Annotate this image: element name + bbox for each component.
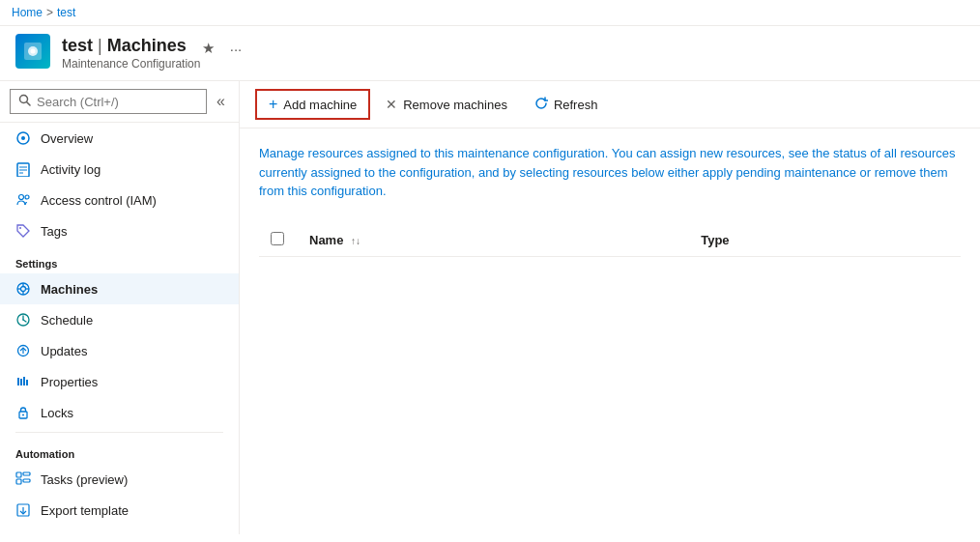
remove-machines-label: Remove machines <box>403 98 507 112</box>
resource-icon <box>15 34 50 69</box>
page-title: test | Machines <box>62 36 187 56</box>
svg-rect-26 <box>20 379 22 385</box>
svg-line-22 <box>23 320 26 322</box>
sidebar-item-tags-label: Tags <box>41 224 67 239</box>
svg-rect-34 <box>23 479 30 482</box>
machines-icon <box>15 281 31 297</box>
table-header-type: Type <box>689 224 961 257</box>
main-content: + Add machine ✕ Remove machines Refresh … <box>240 81 980 534</box>
page-subtitle: Maintenance Configuration <box>62 57 965 71</box>
svg-point-30 <box>22 414 24 416</box>
breadcrumb-separator: > <box>46 6 53 19</box>
info-description: Manage resources assigned to this mainte… <box>240 128 980 216</box>
remove-machines-button[interactable]: ✕ Remove machines <box>374 91 519 118</box>
machines-table-container: Name ↑↓ Type <box>240 224 980 257</box>
svg-line-4 <box>27 102 31 106</box>
table-header-name: Name ↑↓ <box>298 224 689 257</box>
machines-table: Name ↑↓ Type <box>259 224 961 257</box>
sidebar-item-export-template-label: Export template <box>41 503 129 518</box>
sidebar-item-activity-log-label: Activity log <box>41 162 101 177</box>
sidebar-item-schedule[interactable]: Schedule <box>0 304 239 335</box>
sidebar-item-schedule-label: Schedule <box>41 313 93 328</box>
sidebar-item-export-template[interactable]: Export template <box>0 495 239 526</box>
svg-point-15 <box>21 287 26 292</box>
select-all-checkbox[interactable] <box>271 232 284 245</box>
tags-icon <box>15 223 31 239</box>
updates-icon <box>15 343 31 358</box>
automation-section-header: Automation <box>0 437 239 464</box>
sidebar-item-properties[interactable]: Properties <box>0 366 239 397</box>
refresh-button[interactable]: Refresh <box>523 91 610 119</box>
svg-rect-32 <box>23 472 30 475</box>
sidebar-item-properties-label: Properties <box>41 375 98 389</box>
more-options-button[interactable]: ··· <box>230 41 243 57</box>
sidebar-item-machines-label: Machines <box>41 282 98 297</box>
svg-rect-25 <box>17 378 19 385</box>
svg-point-12 <box>25 195 29 199</box>
breadcrumb-home[interactable]: Home <box>12 6 43 19</box>
svg-rect-28 <box>26 380 28 385</box>
svg-point-13 <box>19 227 21 229</box>
sidebar: « Overview <box>0 81 240 534</box>
svg-rect-33 <box>16 479 21 484</box>
nav-divider <box>15 432 223 433</box>
search-container: « <box>0 81 239 123</box>
add-icon: + <box>269 97 277 112</box>
remove-icon: ✕ <box>386 97 397 112</box>
sidebar-item-overview-label: Overview <box>41 131 93 146</box>
sidebar-item-activity-log[interactable]: Activity log <box>0 154 239 185</box>
overview-icon <box>15 130 31 146</box>
sidebar-item-updates[interactable]: Updates <box>0 335 239 366</box>
access-control-icon <box>15 192 31 208</box>
properties-icon <box>15 374 31 389</box>
svg-point-11 <box>19 195 24 200</box>
sidebar-item-locks-label: Locks <box>41 406 73 420</box>
tasks-preview-icon <box>15 471 31 487</box>
export-template-icon <box>15 502 31 518</box>
sidebar-item-access-control[interactable]: Access control (IAM) <box>0 185 239 215</box>
settings-section-header: Settings <box>0 246 239 273</box>
activity-log-icon <box>15 161 31 177</box>
sidebar-nav: Overview Activity log <box>0 123 239 526</box>
sidebar-item-access-control-label: Access control (IAM) <box>41 193 157 208</box>
table-header-checkbox <box>259 224 298 257</box>
search-icon <box>18 94 31 109</box>
sidebar-item-locks[interactable]: Locks <box>0 397 239 428</box>
collapse-sidebar-button[interactable]: « <box>213 91 229 112</box>
schedule-icon <box>15 312 31 328</box>
breadcrumb-current[interactable]: test <box>57 6 75 19</box>
name-sort-icon[interactable]: ↑↓ <box>351 236 360 246</box>
sidebar-item-tags[interactable]: Tags <box>0 215 239 246</box>
search-input[interactable] <box>37 95 198 109</box>
page-header: test | Machines ★ ··· Maintenance Config… <box>0 26 980 81</box>
sidebar-item-tasks-preview[interactable]: Tasks (preview) <box>0 464 239 495</box>
refresh-icon <box>534 97 548 113</box>
favorite-button[interactable]: ★ <box>202 40 215 57</box>
sidebar-item-updates-label: Updates <box>41 344 87 358</box>
svg-rect-31 <box>16 472 21 477</box>
refresh-label: Refresh <box>554 98 598 112</box>
svg-rect-27 <box>23 377 25 385</box>
sidebar-item-tasks-preview-label: Tasks (preview) <box>41 472 128 487</box>
search-box[interactable] <box>10 89 207 114</box>
svg-point-6 <box>21 136 25 140</box>
sidebar-item-machines[interactable]: Machines <box>0 273 239 304</box>
toolbar: + Add machine ✕ Remove machines Refresh <box>240 81 980 128</box>
add-machine-button[interactable]: + Add machine <box>255 89 370 120</box>
sidebar-item-overview[interactable]: Overview <box>0 123 239 154</box>
breadcrumb: Home > test <box>0 0 980 26</box>
locks-icon <box>15 405 31 420</box>
add-machine-label: Add machine <box>283 98 357 112</box>
svg-point-2 <box>31 49 36 54</box>
